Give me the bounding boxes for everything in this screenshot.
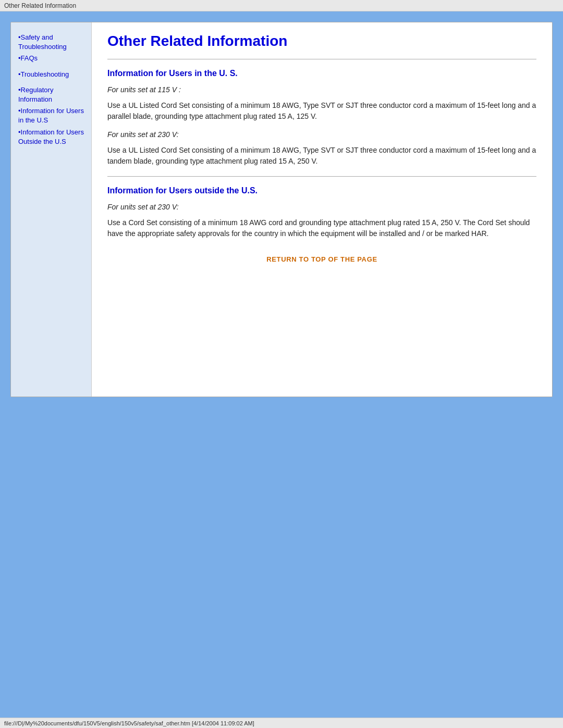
section2-heading: Information for Users outside the U.S. bbox=[107, 186, 536, 195]
return-to-top-link[interactable]: RETURN TO TOP OF THE PAGE bbox=[266, 255, 377, 263]
browser-content: •Safety and Troubleshooting •FAQs •Troub… bbox=[0, 11, 563, 718]
section1-unit1-body: Use a UL Listed Cord Set consisting of a… bbox=[107, 100, 536, 122]
sidebar-section-2: •Troubleshooting bbox=[18, 70, 86, 79]
sidebar-section-3: •Regulatory Information •Information for… bbox=[18, 85, 86, 146]
section1-heading: Information for Users in the U. S. bbox=[107, 69, 536, 78]
status-bar-text: file:///D|/My%20documents/dfu/150V5/engl… bbox=[4, 720, 254, 726]
sidebar-link-regulatory[interactable]: •Regulatory Information bbox=[18, 85, 86, 104]
section2-unit1-label: For units set at 230 V: bbox=[107, 203, 536, 211]
sidebar-section-1: •Safety and Troubleshooting •FAQs bbox=[18, 33, 86, 64]
divider-1 bbox=[107, 59, 536, 59]
main-content: Other Related Information Information fo… bbox=[92, 22, 552, 397]
status-bar: file:///D|/My%20documents/dfu/150V5/engl… bbox=[0, 718, 563, 728]
section1-unit2-label: For units set at 230 V: bbox=[107, 130, 536, 139]
section1-unit1-label: For units set at 115 V : bbox=[107, 85, 536, 94]
section2-unit1-body: Use a Cord Set consisting of a minimum 1… bbox=[107, 217, 536, 239]
page-title: Other Related Information bbox=[107, 33, 536, 50]
sidebar-link-faqs[interactable]: •FAQs bbox=[18, 54, 86, 63]
sidebar: •Safety and Troubleshooting •FAQs •Troub… bbox=[11, 22, 92, 397]
sidebar-link-users-outside[interactable]: •Information for Users Outside the U.S bbox=[18, 128, 86, 146]
title-bar-text: Other Related Information bbox=[4, 2, 76, 9]
sidebar-link-safety[interactable]: •Safety and Troubleshooting bbox=[18, 33, 86, 52]
divider-2 bbox=[107, 176, 536, 177]
return-link-container: RETURN TO TOP OF THE PAGE bbox=[107, 255, 536, 263]
sidebar-link-users-us[interactable]: •Information for Users in the U.S bbox=[18, 106, 86, 125]
page-container: •Safety and Troubleshooting •FAQs •Troub… bbox=[10, 22, 553, 397]
title-bar: Other Related Information bbox=[0, 0, 563, 11]
sidebar-link-troubleshooting[interactable]: •Troubleshooting bbox=[18, 70, 86, 79]
section1-unit2-body: Use a UL Listed Cord Set consisting of a… bbox=[107, 145, 536, 167]
